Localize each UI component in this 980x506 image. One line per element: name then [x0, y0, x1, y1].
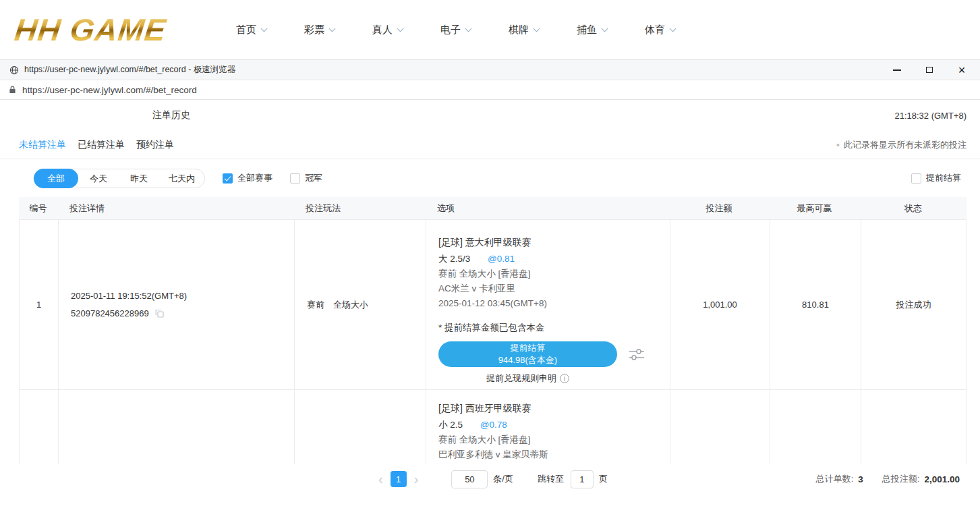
option-market: 赛前 全场大小 [香港盘] [438, 432, 670, 447]
table-header: 编号 投注详情 投注玩法 选项 投注额 最高可赢 状态 [19, 197, 967, 219]
option-match: 巴利亚多利德 v 皇家贝蒂斯 [438, 447, 670, 462]
chevron-down-icon [261, 25, 268, 32]
nav-label-home: 首页 [236, 24, 256, 36]
tabs: 未结算注单 已结算注单 预约注单 [19, 139, 174, 151]
bullet-icon: • [836, 140, 840, 150]
chevron-down-icon [329, 25, 336, 32]
cashout-button[interactable]: 提前结算 944.98(含本金) [438, 341, 617, 367]
cashout-rule-text: 提前兑现规则申明 [486, 372, 556, 385]
nav-item-fishing[interactable]: 捕鱼 [577, 24, 607, 36]
tab-settled[interactable]: 已结算注单 [78, 139, 125, 151]
pill-7days[interactable]: 七天内 [159, 169, 204, 188]
next-page-button[interactable]: › [408, 472, 425, 486]
site-header: HH GAME 首页 彩票 真人 电子 棋牌 捕鱼 体育 [0, 0, 980, 59]
early-settle-label: 提前结算 [926, 172, 961, 184]
table-row: 1 2025-01-11 19:15:52(GMT+8) 52097824562… [19, 219, 967, 390]
bet-play: 赛前 全场大小 [294, 220, 426, 389]
address-bar[interactable]: https://user-pc-new.jylywl.com/#/bet_rec… [0, 80, 980, 100]
minimize-icon [893, 69, 901, 71]
site-logo[interactable]: HH GAME [13, 11, 213, 48]
prev-page-button[interactable]: ‹ [372, 472, 389, 486]
checkbox-unchecked-icon[interactable] [911, 173, 921, 184]
col-amount: 投注额 [669, 202, 769, 215]
browser-titlebar: https://user-pc-new.jylywl.com/#/bet_rec… [0, 59, 980, 80]
checkbox-checked-icon[interactable] [223, 173, 233, 184]
option-match: AC米兰 v 卡利亚里 [438, 281, 670, 296]
url-text[interactable]: https://user-pc-new.jylywl.com/#/bet_rec… [22, 85, 197, 95]
checkbox-all-events[interactable]: 全部赛事 [223, 172, 272, 184]
checkbox-champion[interactable]: 冠军 [290, 172, 322, 184]
page-content: 注单历史 21:18:32 (GMT+8) 未结算注单 已结算注单 预约注单 •… [0, 100, 980, 506]
pagination-bar: ‹ 1 › 条/页 跳转至 页 总计单数: 3 总投注额: 2,001.00 [0, 464, 980, 506]
totals: 总计单数: 3 总投注额: 2,001.00 [816, 469, 960, 489]
nav-item-electronic[interactable]: 电子 [440, 24, 471, 36]
chevron-down-icon [670, 25, 676, 32]
checkbox-unchecked-icon[interactable] [290, 173, 300, 184]
col-no: 编号 [19, 202, 57, 215]
bet-detail-cell: 2025-01-11 19:15:52(GMT+8) 5209782456228… [58, 220, 294, 389]
nav-item-sports[interactable]: 体育 [645, 24, 675, 36]
nav-label-fishing: 捕鱼 [577, 24, 597, 36]
minimize-button[interactable] [891, 64, 903, 76]
total-amount: 2,001.00 [924, 474, 960, 484]
nav-item-lottery[interactable]: 彩票 [304, 24, 335, 36]
bet-status: 投注成功 [861, 220, 966, 389]
pill-yesterday[interactable]: 昨天 [119, 169, 159, 188]
cashout-button-amount: 944.98(含本金) [498, 354, 557, 366]
table-body: 1 2025-01-11 19:15:52(GMT+8) 52097824562… [19, 219, 967, 506]
jump-input[interactable] [571, 470, 594, 488]
note-text: 此记录将显示所有未派彩的投注 [844, 139, 967, 151]
pill-all[interactable]: 全部 [34, 169, 78, 188]
nav-item-live[interactable]: 真人 [372, 24, 403, 36]
pagination-controls: ‹ 1 › 条/页 跳转至 页 总计单数: 3 总投注额: 2,001.00 [0, 469, 980, 489]
tab-unsettled[interactable]: 未结算注单 [19, 139, 66, 151]
nav-label-sports: 体育 [645, 24, 665, 36]
cashout-row: 提前结算 944.98(含本金) [438, 341, 670, 367]
checkbox-early-settle[interactable]: 提前结算 [911, 172, 961, 184]
unsettled-note: • 此记录将显示所有未派彩的投注 [836, 139, 967, 151]
lock-icon [9, 85, 16, 94]
option-league: [足球] 意大利甲级联赛 [438, 235, 670, 250]
tabs-row: 未结算注单 已结算注单 预约注单 • 此记录将显示所有未派彩的投注 [0, 131, 980, 159]
maximize-button[interactable] [923, 64, 935, 76]
globe-icon [9, 65, 19, 75]
option-odds: @0.81 [488, 254, 515, 264]
sliders-icon[interactable] [629, 347, 645, 362]
maximize-icon [926, 67, 933, 73]
nav-label-lottery: 彩票 [304, 24, 324, 36]
nav-item-chess[interactable]: 棋牌 [509, 24, 539, 36]
page-1-button[interactable]: 1 [391, 471, 407, 487]
bet-option-cell: [足球] 意大利甲级联赛 大 2.5/3 @0.81 赛前 全场大小 [香港盘]… [426, 220, 670, 389]
copy-icon[interactable] [154, 308, 165, 318]
total-count-label: 总计单数: [816, 473, 854, 485]
tab-reserved[interactable]: 预约注单 [136, 139, 174, 151]
col-option: 选项 [425, 202, 669, 215]
option-match-time: 2025-01-12 03:45(GMT+8) [438, 296, 670, 311]
cashout-button-label: 提前结算 [511, 342, 546, 354]
champion-label: 冠军 [305, 172, 322, 184]
close-button[interactable]: × [956, 64, 968, 76]
page-size-input[interactable] [451, 470, 488, 488]
bet-amount: 1,001.00 [670, 220, 770, 389]
window-controls: × [891, 64, 971, 76]
option-market: 赛前 全场大小 [香港盘] [438, 266, 670, 281]
nav-item-home[interactable]: 首页 [236, 24, 266, 36]
total-amount-label: 总投注额: [882, 473, 920, 485]
jump-label: 跳转至 [538, 473, 564, 485]
page-title: 注单历史 [152, 109, 190, 121]
cashout-rule-link[interactable]: 提前兑现规则申明 i [438, 372, 617, 385]
event-checkboxes: 全部赛事 冠军 [223, 172, 322, 184]
page-unit-label: 页 [599, 473, 608, 485]
pill-today[interactable]: 今天 [78, 169, 119, 188]
info-icon[interactable]: i [560, 374, 569, 383]
col-status: 状态 [860, 202, 967, 215]
bet-table: 编号 投注详情 投注玩法 选项 投注额 最高可赢 状态 1 2025-01-11… [19, 197, 967, 506]
bet-time: 2025-01-11 19:15:52(GMT+8) [71, 287, 294, 305]
nav-label-chess: 棋牌 [509, 24, 529, 36]
main-nav: 首页 彩票 真人 电子 棋牌 捕鱼 体育 [236, 24, 675, 36]
per-page-label: 条/页 [493, 473, 513, 485]
bet-maxwin: 810.81 [770, 220, 861, 389]
col-detail: 投注详情 [57, 202, 293, 215]
page-head: 注单历史 21:18:32 (GMT+8) [0, 100, 980, 131]
nav-label-electronic: 电子 [440, 24, 461, 36]
